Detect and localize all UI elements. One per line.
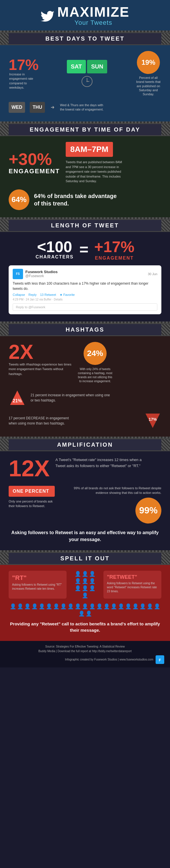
person-icon-5: 👤 (82, 578, 88, 584)
rt-box: "RT" Asking followers to Retweet using "… (9, 571, 66, 599)
length-title: LENGTH OF TWEET (0, 222, 170, 229)
engagement-title: ENGAGEMENT BY TIME OF DAY (0, 126, 170, 133)
retweet-box: "RETWEET" Asking followers to Retweet us… (104, 571, 161, 599)
one-pct-desc: Only one percent of brands ask their fol… (9, 499, 55, 508)
twitter-bird-icon (40, 10, 54, 22)
hashtag-24-desc: With only 24% of tweets containing a has… (78, 367, 112, 383)
equals-sign: = (79, 240, 88, 258)
person-retweet-11: 👤 (82, 603, 88, 610)
page-header: MAXIMIZE Your Tweets (0, 0, 170, 31)
person-icon-1: 👤 (75, 571, 81, 577)
plus-17-stat: +17% (94, 238, 135, 255)
amp-12x-desc: A Tweet's "Retweet rate" increases 12 ti… (55, 457, 145, 469)
less-100-stat: <100 (35, 239, 74, 254)
person-icon-8: 👤 (82, 585, 88, 591)
person-icon-6: 👤 (89, 578, 95, 584)
arrow-right-icon (50, 104, 55, 110)
person-icon-9: 👤 (89, 585, 95, 591)
tweet-meta: 4:29 PM · 24 Jan 12 via Buffer · Details (13, 298, 157, 301)
person-icon-10: 👤 (82, 592, 88, 599)
best-days-banner: BEST DAYS TO TWEET (0, 32, 170, 45)
engagement-section: +30% ENGAGEMENT 8AM–7PM Tweets that are … (0, 136, 170, 217)
tweet-username: Fusework Studios (25, 270, 58, 274)
sunday-badge: SUN (87, 60, 107, 73)
spell-cta: Providing any "Retweet" call to action b… (9, 621, 161, 634)
stat-17-pct: 17% (9, 57, 38, 72)
svg-text:17%: 17% (149, 417, 157, 422)
hashtag-17-desc: 17 percent DECREASE in engagement when u… (9, 415, 72, 426)
main-subtitle: Your Tweets (57, 19, 130, 27)
rt-desc: Asking followers to Retweet using "RT" i… (12, 583, 63, 591)
stat-64-circle: 64% (9, 189, 29, 210)
chars-label: CHARACTERS (35, 254, 74, 259)
best-days-title: BEST DAYS TO TWEET (0, 35, 170, 42)
person-icon-3: 👤 (89, 571, 95, 577)
hashtag-2x-desc: Tweets with #hashtags experience two tim… (9, 362, 72, 376)
stat-12x: 12X (9, 457, 50, 480)
hashtags-banner: HASHTAGS (0, 323, 170, 336)
stat-99-circle: 99% (135, 498, 161, 524)
one-pct-label: ONE PERCENT (13, 489, 51, 494)
person-retweet-13: 👤 (96, 603, 103, 610)
best-days-section: 17% Increase in engagement rate compared… (0, 45, 170, 121)
spell-title: SPELL IT OUT (0, 555, 170, 562)
hashtags-section: 2X Tweets with #hashtags experience two … (0, 336, 170, 437)
arrow-down-icon: 17% (144, 412, 161, 429)
amplification-title: AMPLIFICATION (0, 441, 170, 448)
person-retweet-17: 👤 (125, 603, 132, 610)
stat-24-circle: 24% (84, 342, 107, 365)
person-retweet-5: 👤 (38, 603, 45, 610)
person-retweet-9: 👤 (67, 603, 74, 610)
fusework-logo-icon: F (155, 655, 164, 664)
tweet-collapse[interactable]: Collapse (13, 293, 25, 297)
person-retweet-20: 👤 (147, 603, 153, 610)
hashtag-21-desc: 21 percent increase in engagement when u… (31, 393, 111, 403)
footer-source: Source: Strategies For Effective Tweetin… (6, 644, 164, 649)
svg-point-3 (86, 81, 88, 82)
tweet-reply-btn[interactable]: Reply (29, 293, 36, 297)
spell-section: "RT" Asking followers to Retweet using "… (0, 565, 170, 641)
person-icon-4: 👤 (75, 578, 81, 584)
one-pct-block: ONE PERCENT (9, 486, 55, 497)
person-retweet-21: 👤 (154, 603, 160, 610)
length-section: <100 CHARACTERS = +17% ENGAGEMENT FS Fus… (0, 232, 170, 321)
engagement-desc: Tweets that are published between 8AM an… (66, 160, 123, 184)
tweet-card: FS Fusework Studios @Fusework 30 Jun Twe… (9, 265, 161, 314)
eng-label: ENGAGEMENT (94, 255, 135, 261)
main-title: MAXIMIZE (57, 5, 130, 19)
stat-19-circle: 19% (137, 51, 160, 74)
retweet-label: "RETWEET" (107, 574, 158, 580)
clock-icon (81, 76, 93, 87)
svg-text:21%: 21% (13, 398, 22, 403)
person-retweet-10: 👤 (75, 603, 81, 610)
stat-2x: 2X (9, 342, 72, 362)
wed-thu-desc: Wed & Thurs are the days with the lowest… (60, 103, 106, 112)
person-icon-2: 👤 (82, 571, 88, 577)
rt-label: "RT" (12, 574, 63, 582)
tweet-handle: @Fusework (25, 274, 58, 278)
person-retweet-2: 👤 (17, 603, 23, 610)
tweet-favorite-btn[interactable]: ★ Favorite (60, 293, 75, 297)
length-banner: LENGTH OF TWEET (0, 219, 170, 232)
tweet-retweet-btn[interactable]: 13 Retweet (40, 293, 56, 297)
person-retweet-1: 👤 (10, 603, 16, 610)
person-retweet-15: 👤 (111, 603, 117, 610)
person-retweet-3: 👤 (24, 603, 31, 610)
engagement-banner: ENGAGEMENT BY TIME OF DAY (0, 123, 170, 136)
arrow-up-icon: 21% (9, 389, 26, 406)
stat-19-desc: Percent of all brand tweets that are pub… (135, 76, 161, 96)
time-range-badge: 8AM–7PM (66, 142, 113, 157)
stat-17-desc: Increase in engagement rate compared to … (9, 72, 38, 90)
svg-text:F: F (159, 658, 161, 662)
tweet-body: Tweets with less than 100 characters hav… (13, 281, 157, 291)
tweet-reply-box[interactable]: Reply to @Fusework (13, 303, 157, 311)
hashtags-title: HASHTAGS (0, 327, 170, 333)
amplification-section: 12X A Tweet's "Retweet rate" increases 1… (0, 451, 170, 550)
amp-cta-text: Asking followers to Retweet is an easy a… (9, 529, 161, 543)
person-retweet-14: 👤 (104, 603, 110, 610)
thursday-badge: THU (30, 102, 45, 113)
amp-99-desc: 99% of all brands do not ask their follo… (60, 486, 161, 495)
person-retweet-8: 👤 (60, 603, 66, 610)
person-retweet-12: 👤 (89, 603, 95, 610)
person-retweet-16: 👤 (118, 603, 124, 610)
